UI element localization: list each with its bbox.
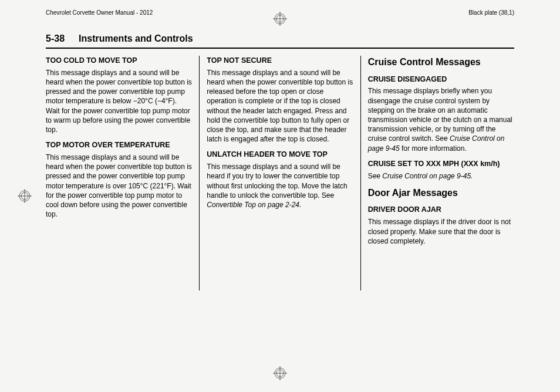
msg-heading: DRIVER DOOR AJAR [368,205,514,215]
registration-mark-left [18,189,32,203]
msg-heading: CRUISE DISENGAGED [368,75,514,85]
manual-title: Chevrolet Corvette Owner Manual - 2012 [46,9,153,16]
page-number: 5-38 [46,33,65,44]
msg-heading: TOO COLD TO MOVE TOP [46,56,192,66]
registration-mark-bottom [273,366,287,380]
body-text: This message displays and a sound will b… [207,68,353,144]
column-3: Cruise Control Messages CRUISE DISENGAGE… [361,56,514,290]
msg-heading: CRUISE SET TO XXX MPH (XXX km/h) [368,159,514,169]
page-header: 5-38 Instruments and Controls [46,33,514,49]
section-heading: Door Ajar Messages [368,187,514,200]
body-text: See Cruise Control on page 9‑45. [368,171,514,181]
msg-heading: UNLATCH HEADER TO MOVE TOP [207,150,353,160]
msg-heading: TOP MOTOR OVER TEMPERATURE [46,140,192,150]
cross-reference: Convertible Top on page 2‑24. [207,201,301,209]
body-text: This message displays if the driver door… [368,217,514,246]
column-2: TOP NOT SECURE This message displays and… [200,56,360,290]
column-1: TOO COLD TO MOVE TOP This message displa… [46,56,199,290]
cross-reference: Cruise Control on page 9‑45. [382,172,473,180]
plate-info: Black plate (38,1) [468,9,514,16]
page-title: Instruments and Controls [79,33,193,44]
body-text: This message displays and a sound will b… [46,68,192,134]
body-text: This message displays briefly when you d… [368,86,514,153]
msg-heading: TOP NOT SECURE [207,56,353,66]
registration-mark-top [273,12,287,26]
section-heading: Cruise Control Messages [368,56,514,69]
body-text: This message displays and a sound will b… [207,162,353,209]
body-text: This message displays and a sound will b… [46,153,192,219]
